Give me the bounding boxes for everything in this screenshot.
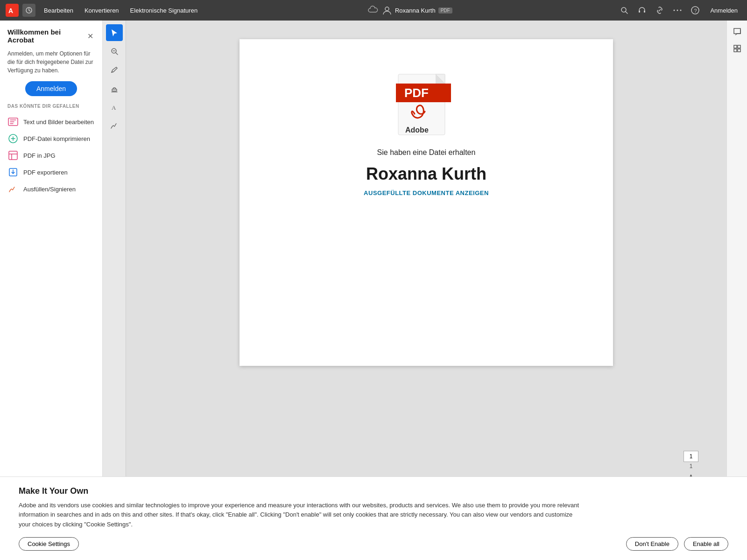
welcome-panel: Willkommen bei Acrobat ✕ Anmelden, um me… <box>0 21 103 499</box>
feature-compress[interactable]: PDF-Datei komprimieren <box>7 130 95 147</box>
pencil-tool[interactable] <box>106 62 123 78</box>
right-panel <box>726 21 747 499</box>
cookie-right-buttons: Don't Enable Enable all <box>626 537 728 551</box>
headphones-icon-btn[interactable] <box>635 4 648 17</box>
cookie-title: Make It Your Own <box>19 486 728 496</box>
main-layout: Willkommen bei Acrobat ✕ Anmelden, um me… <box>0 21 747 499</box>
topbar: A Bearbeiten Konvertieren Elektronische … <box>0 0 747 21</box>
svg-text:A: A <box>112 104 116 111</box>
sender-name: Roxanna Kurth <box>366 164 486 184</box>
menu-konvertieren[interactable]: Konvertieren <box>80 5 124 16</box>
pdf-viewer: PDF Adobe Sie haben eine Datei erhalten … <box>126 21 726 499</box>
page-number-input[interactable] <box>684 451 698 462</box>
topbar-right: ? Anmelden <box>618 4 741 17</box>
text-tool[interactable]: A <box>106 99 123 116</box>
svg-rect-27 <box>738 49 740 52</box>
svg-point-2 <box>385 7 389 11</box>
signature-tool[interactable] <box>106 118 123 134</box>
page-total: 1 <box>690 463 693 469</box>
more-icon-btn[interactable] <box>671 4 684 17</box>
section-label: DAS KÖNNTE DIR GEFALLEN <box>7 104 95 109</box>
svg-rect-25 <box>738 45 740 48</box>
enable-all-button[interactable]: Enable all <box>684 537 728 551</box>
pdf-file-icon: PDF Adobe <box>396 67 457 139</box>
menu-signaturen[interactable]: Elektronische Signaturen <box>126 5 203 16</box>
feature-sign[interactable]: Ausfüllen/Signieren <box>7 181 95 197</box>
cookie-actions: Cookie Settings Don't Enable Enable all <box>19 537 728 551</box>
user-area[interactable]: Roxanna Kurth PDF <box>382 5 452 15</box>
feature-label-sign: Ausfüllen/Signieren <box>23 186 76 193</box>
welcome-title: Willkommen bei Acrobat <box>7 28 86 44</box>
svg-rect-13 <box>9 151 17 160</box>
svg-rect-26 <box>734 49 737 52</box>
feature-label-pdf-jpg: PDF in JPG <box>23 152 56 159</box>
cookie-description: Adobe and its vendors use cookies and si… <box>19 501 579 530</box>
svg-point-6 <box>674 10 675 11</box>
cloud-icon <box>368 6 378 15</box>
topbar-center: Roxanna Kurth PDF <box>206 5 614 15</box>
stamp-tool[interactable] <box>106 80 123 97</box>
cookie-banner: Make It Your Own Adobe and its vendors u… <box>0 476 747 560</box>
tool-sidebar: A <box>103 21 126 499</box>
cursor-tool[interactable] <box>106 24 123 41</box>
link-icon-btn[interactable] <box>653 4 666 17</box>
feature-label-text-images: Text und Bilder bearbeiten <box>23 119 94 126</box>
svg-rect-24 <box>734 45 737 48</box>
feature-label-export: PDF exportieren <box>23 169 68 176</box>
welcome-close-button[interactable]: ✕ <box>86 31 95 41</box>
svg-rect-16 <box>112 89 117 91</box>
svg-text:Adobe: Adobe <box>405 126 429 134</box>
username-label: Roxanna Kurth <box>395 7 436 14</box>
svg-text:A: A <box>8 7 13 14</box>
topbar-menu: Bearbeiten Konvertieren Elektronische Si… <box>39 5 202 16</box>
search-icon-btn[interactable] <box>618 4 631 17</box>
svg-point-7 <box>677 10 678 11</box>
history-button[interactable] <box>22 4 35 17</box>
svg-rect-4 <box>639 10 640 13</box>
comment-panel-btn[interactable] <box>730 24 745 39</box>
cookie-settings-button[interactable]: Cookie Settings <box>19 537 79 551</box>
menu-bearbeiten[interactable]: Bearbeiten <box>39 5 78 16</box>
feature-export[interactable]: PDF exportieren <box>7 164 95 181</box>
grid-panel-btn[interactable] <box>730 41 745 56</box>
help-icon-btn[interactable]: ? <box>689 4 702 17</box>
view-docs-link[interactable]: AUSGEFÜLLTE DOKUMENTE ANZEIGEN <box>364 189 489 196</box>
signin-big-button[interactable]: Anmelden <box>25 81 77 96</box>
feature-pdf-jpg[interactable]: PDF in JPG <box>7 147 95 164</box>
svg-text:PDF: PDF <box>404 86 429 100</box>
feature-text-images[interactable]: Text und Bilder bearbeiten <box>7 113 95 130</box>
welcome-description: Anmelden, um mehr Optionen für die für d… <box>7 49 95 75</box>
signin-topbar-btn[interactable]: Anmelden <box>706 5 741 16</box>
pdf-content: PDF Adobe Sie haben eine Datei erhalten … <box>240 39 613 366</box>
zoom-out-tool[interactable] <box>106 43 123 60</box>
acrobat-logo: A <box>6 4 19 17</box>
feature-label-compress: PDF-Datei komprimieren <box>23 135 90 142</box>
welcome-header: Willkommen bei Acrobat ✕ <box>7 28 95 44</box>
received-text: Sie haben eine Datei erhalten <box>377 148 476 157</box>
svg-rect-5 <box>644 10 645 13</box>
svg-text:?: ? <box>694 8 697 14</box>
dont-enable-button[interactable]: Don't Enable <box>626 537 678 551</box>
pdf-badge: PDF <box>438 7 452 14</box>
svg-point-8 <box>680 10 682 11</box>
